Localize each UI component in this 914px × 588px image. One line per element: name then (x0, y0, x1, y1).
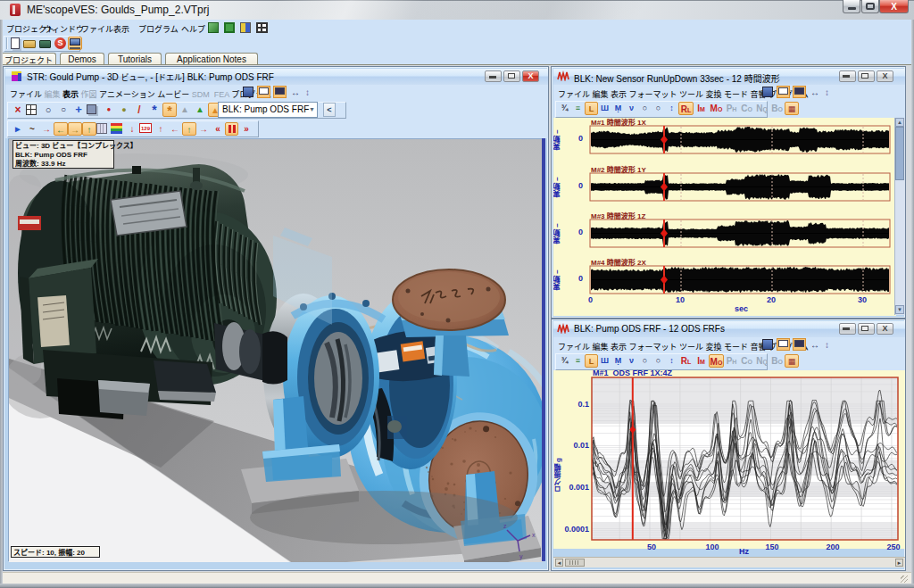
svg-text:z: z (503, 523, 507, 529)
svg-text:x: x (532, 532, 536, 538)
svg-text:y: y (519, 553, 523, 560)
